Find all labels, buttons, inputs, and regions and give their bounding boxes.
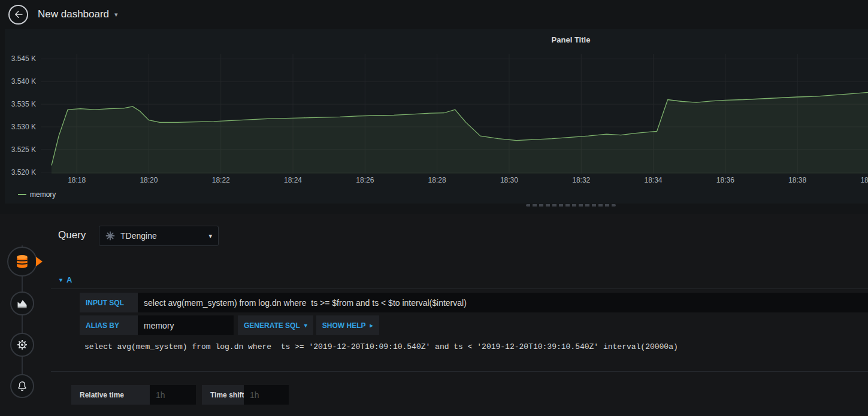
legend-item-memory[interactable]: memory: [18, 190, 56, 199]
input-sql-row: INPUT SQL: [80, 293, 868, 312]
caret-down-icon: ▾: [208, 233, 212, 239]
tdengine-logo-icon: [105, 231, 115, 241]
relative-time-label: Relative time: [71, 385, 150, 405]
query-collapse-toggle[interactable]: ▾ A: [59, 275, 72, 284]
svg-text:18:36: 18:36: [716, 176, 734, 184]
tab-queries[interactable]: [7, 247, 37, 277]
back-button[interactable]: [8, 5, 28, 25]
show-help-button[interactable]: SHOW HELP ▸: [316, 315, 379, 335]
svg-text:18:24: 18:24: [284, 176, 302, 184]
gear-icon: [16, 339, 28, 351]
chevron-right-icon: ▸: [370, 323, 373, 329]
tab-general[interactable]: [10, 333, 34, 357]
svg-text:18:18: 18:18: [68, 176, 86, 184]
svg-text:18:30: 18:30: [500, 176, 518, 184]
input-sql-field[interactable]: [138, 293, 868, 312]
chart-legend: memory: [18, 190, 56, 199]
input-sql-label: INPUT SQL: [80, 293, 138, 312]
back-arrow-icon: [13, 9, 24, 20]
generated-sql-text: select avg(mem_system) from log.dn where…: [84, 342, 678, 351]
show-help-label: SHOW HELP: [322, 321, 366, 330]
svg-text:18:22: 18:22: [212, 176, 230, 184]
legend-swatch: [18, 194, 26, 195]
svg-text:3.540 K: 3.540 K: [11, 77, 36, 86]
graph-panel: 3.520 K3.525 K3.530 K3.535 K3.540 K3.545…: [5, 29, 868, 204]
svg-text:18:26: 18:26: [356, 176, 374, 184]
topbar: New dashboard ▾: [0, 0, 868, 29]
time-series-chart[interactable]: 3.520 K3.525 K3.530 K3.535 K3.540 K3.545…: [5, 29, 868, 204]
time-options-row: Relative time Time shift: [71, 385, 289, 405]
tab-alert[interactable]: [10, 374, 34, 398]
divider: [51, 289, 868, 289]
time-shift-field[interactable]: [244, 385, 289, 405]
alias-by-row: ALIAS BY GENERATE SQL ▾ SHOW HELP ▸: [80, 315, 379, 335]
database-icon: [14, 254, 30, 269]
svg-text:3.535 K: 3.535 K: [11, 100, 36, 108]
active-tab-pointer-icon: [36, 257, 43, 266]
query-section-title: Query: [58, 229, 86, 241]
datasource-name: TDengine: [120, 231, 157, 241]
tab-visualization[interactable]: [10, 291, 34, 315]
alias-by-field[interactable]: [138, 315, 234, 335]
svg-text:18:38: 18:38: [788, 176, 806, 184]
graph-icon: [16, 297, 28, 309]
time-shift-label: Time shift: [202, 385, 244, 405]
svg-text:3.525 K: 3.525 K: [11, 145, 36, 154]
caret-down-icon: ▾: [59, 277, 62, 283]
svg-text:18:28: 18:28: [428, 176, 446, 184]
dashboard-title-dropdown[interactable]: New dashboard ▾: [38, 8, 118, 20]
svg-text:18:40: 18:40: [860, 176, 868, 184]
generate-sql-button[interactable]: GENERATE SQL ▾: [238, 315, 313, 335]
caret-down-icon: ▾: [304, 323, 307, 329]
bell-icon: [16, 380, 28, 392]
legend-label: memory: [30, 190, 56, 199]
svg-text:3.545 K: 3.545 K: [11, 54, 36, 63]
alias-by-label: ALIAS BY: [80, 315, 138, 335]
svg-text:18:34: 18:34: [645, 176, 663, 184]
relative-time-field[interactable]: [150, 385, 196, 405]
svg-text:18:20: 18:20: [140, 176, 158, 184]
divider: [51, 371, 868, 372]
svg-text:3.520 K: 3.520 K: [11, 168, 36, 177]
generate-sql-label: GENERATE SQL: [244, 321, 300, 330]
dashboard-title: New dashboard: [38, 8, 109, 20]
datasource-picker[interactable]: TDengine ▾: [99, 226, 219, 246]
svg-text:18:32: 18:32: [572, 176, 590, 184]
grafana-panel-edit-screen: New dashboard ▾ 3.520 K3.525 K3.530 K3.5…: [0, 0, 868, 416]
svg-text:3.530 K: 3.530 K: [11, 123, 36, 131]
caret-down-icon: ▾: [114, 11, 118, 18]
panel-title[interactable]: Panel Title: [552, 35, 591, 44]
query-ref-id: A: [66, 275, 72, 284]
panel-resize-handle[interactable]: [526, 204, 616, 207]
